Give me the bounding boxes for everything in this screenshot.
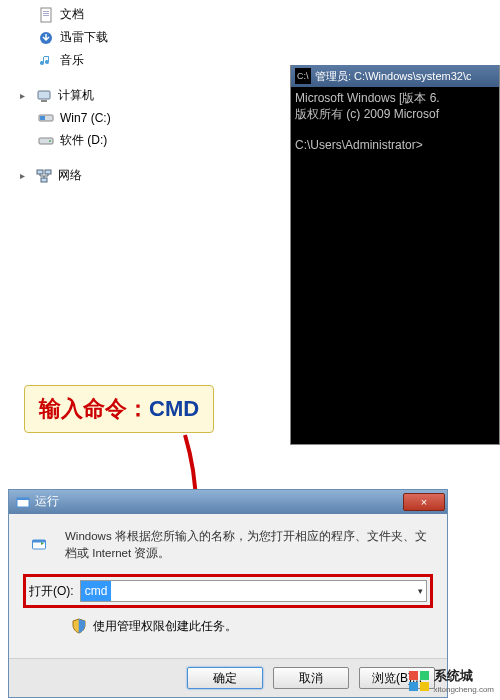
open-label: 打开(O):	[29, 583, 74, 600]
run-command-input[interactable]	[80, 580, 427, 602]
callout-text: 输入命令：	[39, 396, 149, 421]
svg-rect-3	[43, 15, 49, 16]
svg-rect-2	[43, 13, 49, 14]
watermark-logo-icon	[408, 670, 430, 692]
drive-c[interactable]: Win7 (C:)	[34, 108, 272, 128]
shield-icon	[71, 618, 87, 634]
library-item-music[interactable]: 音乐	[34, 50, 272, 71]
item-label: 音乐	[60, 52, 84, 69]
svg-rect-20	[409, 671, 418, 680]
svg-rect-21	[420, 671, 429, 680]
expand-toggle-icon[interactable]: ▸	[20, 90, 30, 101]
svg-rect-12	[45, 170, 51, 174]
computer-node[interactable]: ▸ 计算机	[16, 85, 272, 106]
drive-d[interactable]: 软件 (D:)	[34, 130, 272, 151]
annotation-callout: 输入命令：CMD	[24, 385, 214, 433]
item-label: 网络	[58, 167, 82, 184]
watermark-url: xitongcheng.com	[434, 685, 494, 694]
library-item-documents[interactable]: 文档	[34, 4, 272, 25]
run-dialog: 运行 × Windows 将根据您所输入的名称，为您打开相应的程序、文件夹、文档…	[8, 489, 448, 699]
svg-rect-23	[420, 682, 429, 691]
download-icon	[38, 30, 54, 46]
dialog-button-bar: 确定 取消 浏览(B)...	[9, 658, 447, 697]
network-icon	[36, 168, 52, 184]
drive-icon	[38, 110, 54, 126]
svg-rect-5	[38, 91, 50, 99]
cmd-icon: C:\	[295, 68, 311, 84]
run-dialog-icon	[15, 494, 31, 510]
cmd-titlebar[interactable]: C:\ 管理员: C:\Windows\system32\c	[291, 65, 499, 87]
svg-rect-1	[43, 11, 49, 12]
svg-rect-19	[33, 540, 46, 543]
svg-rect-22	[409, 682, 418, 691]
svg-point-10	[49, 140, 51, 142]
watermark: 系统城 xitongcheng.com	[408, 667, 494, 694]
item-label: 文档	[60, 6, 84, 23]
svg-rect-17	[17, 498, 29, 500]
svg-rect-8	[40, 116, 45, 120]
run-titlebar[interactable]: 运行 ×	[9, 490, 447, 514]
music-icon	[38, 53, 54, 69]
admin-text: 使用管理权限创建此任务。	[93, 619, 237, 634]
item-label: 迅雷下载	[60, 29, 108, 46]
cmd-title: 管理员: C:\Windows\system32\c	[315, 69, 471, 84]
item-label: Win7 (C:)	[60, 111, 111, 125]
computer-icon	[36, 88, 52, 104]
cmd-window[interactable]: C:\ 管理员: C:\Windows\system32\c Microsoft…	[290, 65, 500, 445]
ok-button[interactable]: 确定	[187, 667, 263, 689]
close-button[interactable]: ×	[403, 493, 445, 511]
run-description: Windows 将根据您所输入的名称，为您打开相应的程序、文件夹、文档或 Int…	[65, 528, 433, 563]
svg-rect-6	[41, 100, 47, 102]
svg-rect-11	[37, 170, 43, 174]
svg-rect-13	[41, 178, 47, 182]
run-input-highlight: 打开(O): ▾	[23, 574, 433, 608]
callout-cmd: CMD	[149, 396, 199, 421]
item-label: 软件 (D:)	[60, 132, 107, 149]
item-label: 计算机	[58, 87, 94, 104]
run-program-icon	[23, 528, 55, 560]
admin-privilege-row: 使用管理权限创建此任务。	[71, 618, 433, 634]
document-icon	[38, 7, 54, 23]
svg-text:C:\: C:\	[297, 71, 309, 81]
close-icon: ×	[421, 496, 427, 508]
cmd-output[interactable]: Microsoft Windows [版本 6. 版权所有 (c) 2009 M…	[291, 87, 499, 444]
library-item-xunlei[interactable]: 迅雷下载	[34, 27, 272, 48]
watermark-text: 系统城	[434, 668, 473, 683]
network-node[interactable]: ▸ 网络	[16, 165, 272, 186]
drive-icon	[38, 133, 54, 149]
run-title-text: 运行	[35, 493, 59, 510]
expand-toggle-icon[interactable]: ▸	[20, 170, 30, 181]
cancel-button[interactable]: 取消	[273, 667, 349, 689]
